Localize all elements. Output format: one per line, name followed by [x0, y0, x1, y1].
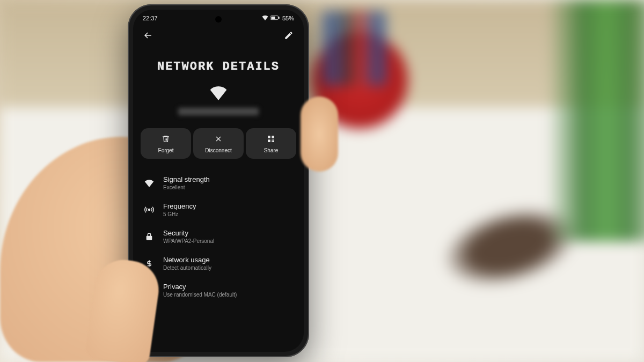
wifi-hero	[133, 82, 304, 128]
page-title: NETWORK DETAILS	[133, 47, 304, 82]
svg-rect-7	[273, 141, 274, 142]
disconnect-button[interactable]: Disconnect	[193, 128, 244, 159]
battery-percent: 55%	[282, 15, 294, 21]
setting-label: Signal strength	[163, 175, 210, 183]
share-label: Share	[264, 147, 279, 153]
close-icon	[214, 135, 223, 144]
setting-label: Network usage	[163, 256, 211, 264]
wifi-status-icon	[262, 15, 268, 21]
toolbar	[133, 24, 304, 47]
phone-screen: 22:37 55% NETWORK DETAILS	[133, 10, 304, 352]
settings-list: Signal strength Excellent Frequency 5 GH…	[133, 159, 304, 304]
svg-rect-6	[272, 139, 273, 141]
back-button[interactable]	[141, 28, 156, 43]
setting-value: Use randomised MAC (default)	[163, 292, 237, 298]
trash-icon	[162, 135, 170, 144]
camera-hole	[215, 16, 222, 23]
svg-rect-5	[268, 139, 270, 142]
forget-button[interactable]: Forget	[141, 128, 191, 159]
setting-value: 5 GHz	[163, 211, 196, 217]
share-button[interactable]: Share	[246, 128, 296, 159]
svg-rect-2	[279, 17, 280, 19]
qr-icon	[267, 135, 275, 144]
action-row: Forget Disconnect Share	[133, 128, 304, 159]
setting-value: WPA/WPA2-Personal	[163, 238, 214, 244]
svg-rect-8	[272, 141, 273, 142]
setting-value: Detect automatically	[163, 265, 211, 271]
network-ssid-redacted	[178, 108, 259, 115]
svg-rect-3	[268, 136, 270, 138]
antenna-icon	[144, 204, 155, 215]
svg-rect-4	[272, 136, 274, 138]
forget-label: Forget	[158, 147, 174, 153]
setting-label: Privacy	[163, 283, 237, 291]
svg-rect-9	[273, 139, 274, 141]
lock-icon	[144, 231, 155, 242]
edit-button[interactable]	[281, 28, 296, 43]
setting-value: Excellent	[163, 184, 210, 190]
battery-icon	[270, 15, 280, 21]
finger	[301, 97, 338, 172]
wifi-icon	[144, 178, 155, 188]
status-time: 22:37	[143, 15, 158, 21]
setting-frequency[interactable]: Frequency 5 GHz	[141, 196, 296, 223]
wifi-icon	[209, 85, 228, 102]
setting-signal-strength[interactable]: Signal strength Excellent	[141, 169, 296, 196]
disconnect-label: Disconnect	[205, 147, 231, 153]
setting-privacy[interactable]: Privacy Use randomised MAC (default)	[141, 277, 296, 304]
setting-security[interactable]: Security WPA/WPA2-Personal	[141, 223, 296, 250]
svg-point-10	[149, 209, 150, 211]
setting-label: Frequency	[163, 202, 196, 210]
setting-label: Security	[163, 229, 214, 237]
svg-rect-1	[271, 17, 275, 19]
setting-network-usage[interactable]: Network usage Detect automatically	[141, 250, 296, 277]
